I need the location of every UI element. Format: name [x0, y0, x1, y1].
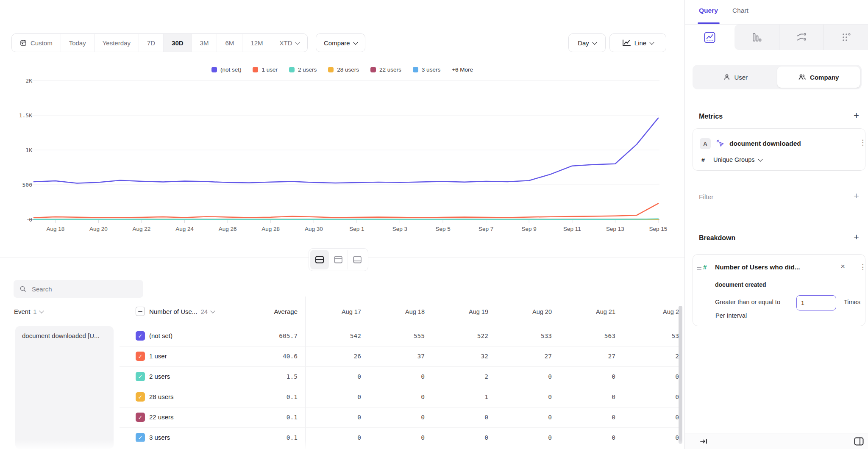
event-header-count: 1 — [33, 308, 36, 315]
legend-swatch — [211, 67, 217, 72]
range-xtd-button[interactable]: XTD — [271, 34, 307, 52]
chart-type-dropdown[interactable]: Line — [609, 33, 666, 52]
metric-card[interactable]: A document downloaded ⋮ # Unique Groups — [693, 128, 865, 171]
cell-value: 0 — [565, 366, 615, 387]
legend-item[interactable]: 1 user — [253, 67, 278, 73]
side-panel-icon[interactable] — [854, 437, 864, 446]
breakdown-menu-button[interactable]: ⋮ — [859, 263, 866, 271]
svg-text:Aug 18: Aug 18 — [46, 226, 64, 232]
series-label: 3 users — [149, 427, 170, 448]
range-12m-button[interactable]: 12M — [242, 34, 271, 52]
legend-item[interactable]: 28 users — [328, 67, 359, 73]
layout-toggle-group — [309, 248, 368, 271]
range-7d-button[interactable]: 7D — [139, 34, 164, 52]
metric-menu-button[interactable]: ⋮ — [859, 139, 866, 146]
legend-item[interactable]: 2 users — [289, 67, 317, 73]
layout-split-icon — [315, 256, 324, 263]
legend-item[interactable]: 3 users — [413, 67, 440, 73]
cell-value: 1 — [437, 387, 488, 407]
legend-label: 3 users — [422, 67, 440, 73]
chart-tab-segmentation[interactable] — [685, 25, 734, 50]
legend-more-button[interactable]: +6 More — [452, 67, 473, 73]
active-tab-underline — [698, 22, 720, 24]
date-column-header: Aug 2 — [628, 308, 679, 315]
series-checkbox[interactable]: ✓ — [136, 331, 145, 341]
legend-label: (not set) — [220, 67, 242, 73]
cell-value: 0 — [501, 407, 552, 427]
series-checkbox[interactable]: ✓ — [136, 433, 145, 442]
average-column-header[interactable]: Average — [237, 308, 298, 315]
times-unit-label: Times — [844, 299, 860, 305]
series-checkbox[interactable]: ✓ — [136, 392, 145, 402]
chart-tab-journey[interactable] — [779, 25, 824, 50]
cell-value: 0 — [565, 427, 615, 448]
analytics-app: 05001K1.5K2KAug 18Aug 20Aug 22Aug 24Aug … — [0, 0, 868, 449]
calendar-icon — [20, 39, 27, 46]
range-30d-button[interactable]: 30D — [164, 34, 192, 52]
svg-text:0: 0 — [29, 216, 32, 223]
line-chart-icon — [622, 39, 631, 46]
tab-query[interactable]: Query — [699, 7, 718, 14]
drag-handle-icon[interactable] — [697, 266, 701, 271]
range-6m-button[interactable]: 6M — [217, 34, 242, 52]
breakdown-card: # Number of Users who did... × ⋮ documen… — [693, 254, 865, 326]
range-yesterday-button[interactable]: Yesterday — [95, 34, 139, 52]
tab-chart[interactable]: Chart — [732, 7, 748, 14]
svg-text:Sep 9: Sep 9 — [522, 226, 537, 232]
layout-split-button[interactable] — [310, 250, 329, 269]
legend-item[interactable]: (not set) — [211, 67, 242, 73]
date-column-header: Aug 21 — [565, 308, 615, 315]
select-all-checkbox[interactable] — [136, 307, 145, 316]
add-metric-button[interactable]: + — [854, 111, 859, 120]
cell-value: 37 — [374, 346, 425, 366]
filter-section-title: Filter — [699, 193, 713, 201]
range-custom-button[interactable]: Custom — [12, 34, 61, 52]
range-label: Custom — [31, 39, 53, 47]
search-input[interactable] — [31, 285, 137, 293]
group-type-toggle: User Company — [693, 65, 862, 89]
vertical-scrollbar[interactable] — [679, 306, 682, 444]
breakdown-condition: Greater than or equal to — [715, 299, 780, 305]
layout-chart-only-button[interactable] — [329, 250, 348, 269]
legend-label: 22 users — [379, 67, 401, 73]
cell-value: 563 — [565, 326, 615, 346]
event-column-header[interactable]: Event 1 — [14, 308, 43, 315]
close-icon[interactable]: × — [840, 262, 845, 271]
series-header-label: Number of Use... — [149, 308, 197, 315]
event-header-label: Event — [14, 308, 30, 315]
cell-value: 27 — [565, 346, 615, 366]
interval-dropdown[interactable]: Day — [568, 33, 606, 52]
chart-tab-funnel[interactable] — [734, 25, 779, 50]
range-today-button[interactable]: Today — [61, 34, 95, 52]
times-input[interactable] — [796, 295, 836, 310]
layout-table-only-button[interactable] — [348, 250, 367, 269]
bar-chart-icon — [751, 32, 762, 42]
svg-text:Sep 1: Sep 1 — [349, 226, 364, 232]
compare-button[interactable]: Compare — [316, 33, 365, 52]
measure-dropdown[interactable]: Unique Groups — [713, 156, 762, 163]
svg-text:Aug 30: Aug 30 — [305, 226, 323, 232]
series-checkbox[interactable]: ✓ — [136, 372, 145, 381]
series-checkbox[interactable]: ✓ — [136, 352, 145, 361]
toggle-user[interactable]: User — [694, 67, 777, 88]
cell-value: 555 — [374, 326, 425, 346]
series-column-header[interactable]: Number of Use... 24 — [149, 308, 214, 315]
add-filter-button[interactable]: + — [854, 191, 859, 201]
chart-tab-matrix[interactable] — [824, 25, 868, 50]
series-label: 22 users — [149, 407, 174, 427]
indeterminate-mark — [138, 311, 142, 312]
cell-value: 0 — [437, 427, 488, 448]
cell-value: 0 — [565, 407, 615, 427]
range-label: 6M — [225, 39, 234, 47]
toggle-company[interactable]: Company — [777, 67, 860, 88]
legend-label: 28 users — [337, 67, 359, 73]
chevron-down-icon — [758, 157, 762, 161]
series-checkbox[interactable]: ✓ — [136, 413, 145, 422]
chart-legend: (not set) 1 user 2 users 28 users 22 use… — [0, 67, 684, 73]
add-breakdown-button[interactable]: + — [854, 233, 859, 242]
range-3m-button[interactable]: 3M — [192, 34, 217, 52]
cell-value: 0 — [501, 427, 552, 448]
table-row: ✓ (not set) 605.7 542 555 522 533 563 53 — [0, 326, 684, 346]
collapse-panel-icon[interactable] — [700, 438, 708, 445]
legend-item[interactable]: 22 users — [370, 67, 401, 73]
